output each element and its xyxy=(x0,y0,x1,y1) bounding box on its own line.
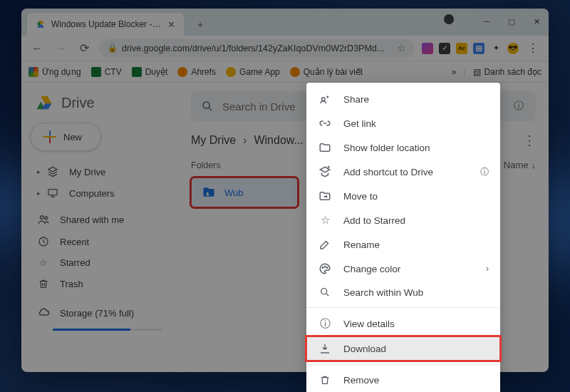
ctx-download[interactable]: Download xyxy=(306,336,500,361)
link-icon xyxy=(318,117,332,130)
folder-open-icon xyxy=(318,141,332,154)
svg-point-20 xyxy=(321,289,327,294)
ctx-searchwithin[interactable]: Search within Wub xyxy=(306,281,500,304)
download-icon xyxy=(318,342,332,355)
star-icon: ☆ xyxy=(318,214,332,227)
svg-point-19 xyxy=(326,267,328,269)
svg-point-18 xyxy=(324,266,326,267)
trash-icon xyxy=(318,374,332,386)
chevron-right-icon: › xyxy=(486,264,489,274)
info-icon: ⓘ xyxy=(318,317,332,331)
ctx-getlink[interactable]: Get link xyxy=(306,111,500,135)
svg-point-17 xyxy=(322,267,323,269)
ctx-remove[interactable]: Remove xyxy=(306,368,500,391)
svg-point-16 xyxy=(322,98,326,101)
ctx-moveto[interactable]: Move to xyxy=(306,184,500,208)
share-icon xyxy=(318,93,332,105)
context-menu: Share Get link Show folder location Add … xyxy=(306,83,500,392)
ctx-addshortcut[interactable]: Add shortcut to Driveⓘ xyxy=(306,160,500,184)
ctx-changecolor[interactable]: Change color› xyxy=(306,257,500,281)
help-icon[interactable]: ⓘ xyxy=(480,166,489,178)
ctx-showlocation[interactable]: Show folder location xyxy=(306,135,500,160)
add-shortcut-icon xyxy=(318,165,332,178)
move-icon xyxy=(318,190,332,202)
rename-icon xyxy=(318,238,332,251)
ctx-share[interactable]: Share xyxy=(306,87,500,111)
palette-icon xyxy=(318,262,332,275)
context-menu-separator xyxy=(306,307,500,308)
context-menu-separator xyxy=(306,364,500,365)
ctx-star[interactable]: ☆Add to Starred xyxy=(306,208,500,232)
search-icon xyxy=(318,287,332,298)
ctx-viewdetails[interactable]: ⓘView details xyxy=(306,311,500,336)
ctx-rename[interactable]: Rename xyxy=(306,232,500,257)
